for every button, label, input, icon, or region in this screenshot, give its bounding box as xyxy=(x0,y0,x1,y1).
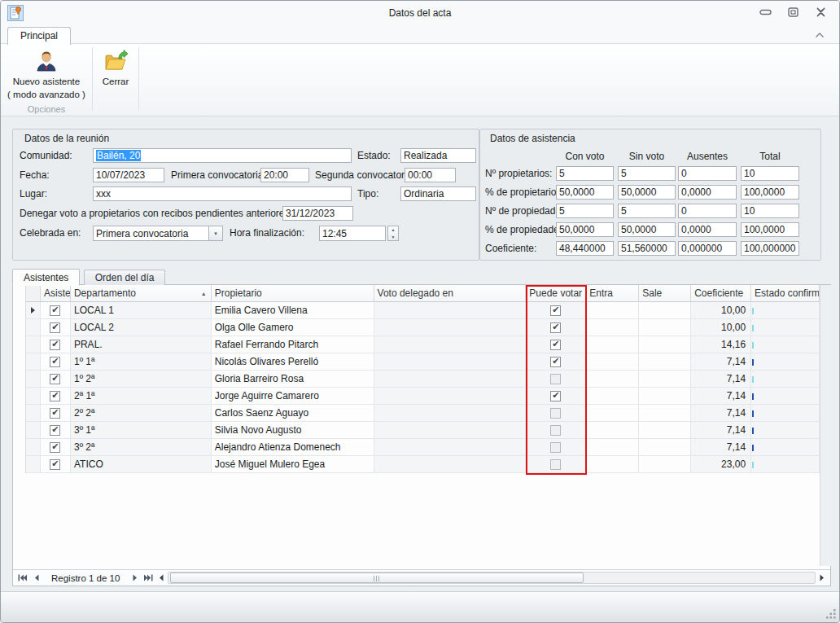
cell-entra[interactable] xyxy=(586,405,639,422)
cell-coeficiente[interactable]: 7,14 xyxy=(691,371,751,388)
grid-row[interactable]: 3º 2ªAlejandro Atienza Domenech7,14 xyxy=(26,439,820,456)
asiste-checkbox[interactable] xyxy=(50,357,60,367)
grid-row[interactable]: 2ª 1ªJorge Aguirre Camarero7,14 xyxy=(26,388,820,405)
cell-departamento[interactable]: LOCAL 1 xyxy=(71,302,212,319)
primera-convocatoria-field[interactable]: 20:00 xyxy=(260,168,309,182)
horizontal-scrollbar-thumb[interactable] xyxy=(170,573,584,583)
grid-row[interactable]: LOCAL 1Emilia Cavero Villena10,00 xyxy=(26,302,820,319)
column-header-sale[interactable]: Sale xyxy=(639,285,691,302)
spin-down-button[interactable]: ▼ xyxy=(388,234,398,241)
cell-estado-confirmacion[interactable] xyxy=(751,319,820,336)
puede-votar-checkbox[interactable] xyxy=(550,357,561,367)
cell-coeficiente[interactable]: 14,16 xyxy=(691,336,751,353)
cell-propietario[interactable]: Rafael Ferrando Pitarch xyxy=(212,336,374,353)
puede-votar-checkbox[interactable] xyxy=(550,391,561,401)
asistencia-value-field[interactable]: 5 xyxy=(618,204,676,218)
ribbon-tab-principal[interactable]: Principal xyxy=(7,27,71,45)
tipo-field[interactable]: Ordinaria xyxy=(400,186,476,201)
puede-votar-checkbox[interactable] xyxy=(550,374,561,384)
column-header-asiste[interactable]: Asiste xyxy=(41,285,71,302)
puede-votar-checkbox[interactable] xyxy=(526,302,586,319)
spin-up-button[interactable]: ▲ xyxy=(388,226,398,234)
column-header-estado-confirmacion[interactable]: Estado confirmaci xyxy=(751,285,820,302)
cell-departamento[interactable]: 2ª 1ª xyxy=(71,388,212,405)
asistencia-value-field[interactable]: 0 xyxy=(678,204,737,218)
nav-last-button[interactable] xyxy=(142,572,155,585)
cell-entra[interactable] xyxy=(586,422,639,439)
cell-propietario[interactable]: Nicolás Olivares Perelló xyxy=(212,353,374,371)
cell-sale[interactable] xyxy=(639,422,691,439)
cell-sale[interactable] xyxy=(639,336,691,353)
cell-estado-confirmacion[interactable] xyxy=(751,353,820,371)
cell-sale[interactable] xyxy=(639,353,691,371)
nav-first-button[interactable] xyxy=(15,572,29,585)
asiste-checkbox[interactable] xyxy=(50,408,60,419)
puede-votar-checkbox[interactable] xyxy=(550,408,561,419)
asistencia-value-field[interactable]: 0,0000 xyxy=(678,185,737,200)
cell-coeficiente[interactable]: 7,14 xyxy=(691,388,751,405)
cell-voto-delegado-en[interactable] xyxy=(374,319,527,336)
cell-estado-confirmacion[interactable] xyxy=(751,456,820,473)
asistencia-value-field[interactable]: 48,440000 xyxy=(556,241,614,256)
grid-row[interactable]: 1º 1ªNicolás Olivares Perelló7,14 xyxy=(26,353,820,371)
column-header-entra[interactable]: Entra xyxy=(586,285,639,302)
asiste-checkbox[interactable] xyxy=(50,425,60,436)
close-button[interactable] xyxy=(813,6,828,19)
cell-departamento[interactable]: PRAL. xyxy=(71,336,212,353)
cell-propietario[interactable]: José Miguel Mulero Egea xyxy=(212,456,374,473)
cell-entra[interactable] xyxy=(586,336,639,353)
nav-next-button[interactable] xyxy=(128,572,142,585)
celebrada-en-combo[interactable]: Primera convocatoria ▼ xyxy=(93,226,223,241)
asistencia-value-field[interactable]: 10 xyxy=(741,166,799,181)
puede-votar-checkbox[interactable] xyxy=(550,442,561,453)
cell-entra[interactable] xyxy=(586,439,639,456)
asiste-checkbox[interactable] xyxy=(50,305,60,316)
denegar-voto-fecha-field[interactable]: 31/12/2023 xyxy=(282,206,353,221)
puede-votar-checkbox[interactable] xyxy=(526,388,586,405)
tab-asistentes[interactable]: Asistentes xyxy=(12,269,80,286)
column-header-puede-votar[interactable]: Puede votar xyxy=(526,285,586,302)
cell-propietario[interactable]: Gloria Barreiro Rosa xyxy=(212,371,374,388)
asiste-checkbox[interactable] xyxy=(50,340,60,350)
cell-estado-confirmacion[interactable] xyxy=(751,336,820,353)
asiste-checkbox[interactable] xyxy=(50,442,60,453)
hora-finalizacion-field[interactable]: 12:45 xyxy=(319,226,386,241)
asistencia-value-field[interactable]: 0 xyxy=(678,166,737,181)
cell-propietario[interactable]: Alejandro Atienza Domenech xyxy=(212,439,374,456)
cell-voto-delegado-en[interactable] xyxy=(374,353,527,371)
cell-sale[interactable] xyxy=(639,302,691,319)
cell-entra[interactable] xyxy=(586,388,639,405)
cell-entra[interactable] xyxy=(586,371,639,388)
asiste-checkbox[interactable] xyxy=(41,405,71,422)
vertical-scrollbar[interactable] xyxy=(820,285,832,566)
cell-propietario[interactable]: Jorge Aguirre Camarero xyxy=(212,388,374,405)
cell-coeficiente[interactable]: 7,14 xyxy=(691,353,751,371)
cell-coeficiente[interactable]: 7,14 xyxy=(691,422,751,439)
cell-departamento[interactable]: 2º 2ª xyxy=(71,405,212,422)
maximize-button[interactable] xyxy=(785,6,800,19)
grid-row[interactable]: 2º 2ªCarlos Saenz Aguayo7,14 xyxy=(26,405,820,422)
cell-voto-delegado-en[interactable] xyxy=(374,388,527,405)
minimize-button[interactable] xyxy=(758,6,772,19)
cell-coeficiente[interactable]: 7,14 xyxy=(691,405,751,422)
puede-votar-checkbox[interactable] xyxy=(526,439,586,456)
asiste-checkbox[interactable] xyxy=(41,439,71,456)
asistencia-value-field[interactable]: 0,000000 xyxy=(678,241,737,256)
resize-grip[interactable] xyxy=(825,608,837,620)
cell-coeficiente[interactable]: 7,14 xyxy=(691,439,751,456)
asistencia-value-field[interactable]: 100,0000 xyxy=(741,185,799,200)
cell-coeficiente[interactable]: 10,00 xyxy=(691,302,751,319)
puede-votar-checkbox[interactable] xyxy=(550,305,561,316)
cell-sale[interactable] xyxy=(639,371,691,388)
asiste-checkbox[interactable] xyxy=(50,374,60,384)
grid-row[interactable]: ATICOJosé Miguel Mulero Egea23,00 xyxy=(26,456,820,473)
puede-votar-checkbox[interactable] xyxy=(526,371,586,388)
asiste-checkbox[interactable] xyxy=(41,353,71,371)
puede-votar-checkbox[interactable] xyxy=(526,353,586,371)
asiste-checkbox[interactable] xyxy=(41,422,71,439)
asiste-checkbox[interactable] xyxy=(41,371,71,388)
asiste-checkbox[interactable] xyxy=(41,456,71,473)
asistencia-value-field[interactable]: 50,0000 xyxy=(618,185,676,200)
cell-coeficiente[interactable]: 10,00 xyxy=(691,319,751,336)
asistencia-value-field[interactable]: 10 xyxy=(741,204,799,218)
